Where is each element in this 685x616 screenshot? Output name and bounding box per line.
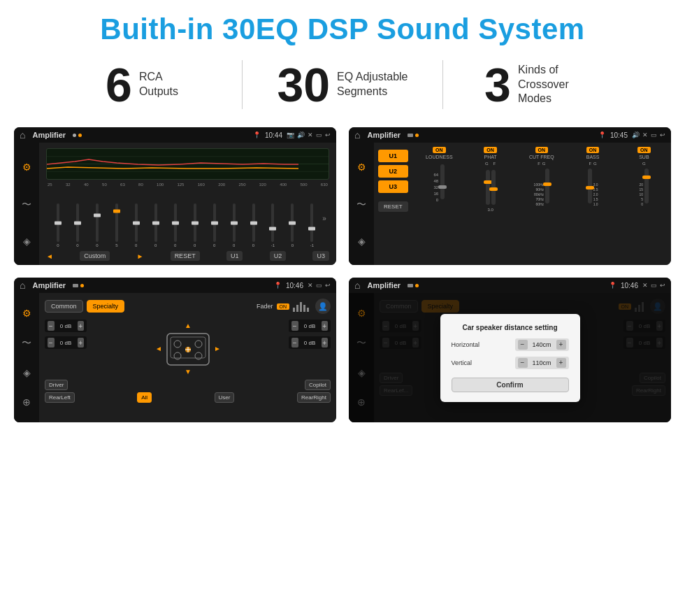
u3-crossover-btn[interactable]: U3	[378, 180, 408, 193]
all-btn[interactable]: All	[137, 392, 152, 403]
sub-slider[interactable]	[644, 169, 649, 203]
screen-fader: ⌂ Amplifier 📍 10:46 ✕ ▭ ↩ ⚙ 〜 ◈ ⊕	[14, 278, 336, 422]
eq-icon-2[interactable]: ⚙	[357, 162, 366, 172]
home-icon-3[interactable]: ⌂	[20, 280, 25, 291]
loudness-on: ON	[433, 147, 446, 153]
phat-slider-f[interactable]	[491, 170, 496, 205]
screen4-content: ⚙ 〜 ◈ ⊕ Common Specialty ON 👤	[349, 293, 671, 422]
screen-icon-4: ▭	[651, 282, 657, 289]
forward-icon[interactable]: »	[322, 215, 326, 222]
wave-icon-3[interactable]: 〜	[22, 338, 31, 348]
eq-slider-0: 0	[49, 203, 67, 248]
u1-btn[interactable]: U1	[226, 251, 243, 261]
user-btn[interactable]: User	[215, 392, 235, 403]
slider-track-8[interactable]	[213, 203, 216, 242]
speaker-status: 🔊	[632, 131, 640, 138]
eq-slider-7: 0	[186, 203, 204, 248]
bass-slider-f[interactable]	[588, 169, 592, 203]
page-title: Buith-in 30EQ DSP Sound System	[0, 0, 685, 53]
slider-track-2[interactable]	[96, 203, 99, 242]
wave-icon-2[interactable]: 〜	[356, 199, 366, 209]
reset-btn[interactable]: RESET	[171, 251, 200, 261]
u2-btn[interactable]: U2	[270, 251, 287, 261]
screen-icon-3: ▭	[316, 282, 322, 289]
status-icons-4	[408, 284, 419, 287]
vertical-plus-btn[interactable]: +	[556, 358, 566, 368]
rearleft-btn[interactable]: RearLeft	[45, 392, 75, 403]
common-tab[interactable]: Common	[45, 300, 83, 313]
db-plus-br[interactable]: +	[322, 338, 329, 348]
db-plus-tl[interactable]: +	[78, 321, 85, 331]
slider-track-4[interactable]	[135, 203, 138, 242]
status-right-3: ✕ ▭ ↩	[308, 282, 331, 289]
prev-arrow[interactable]: ◄	[46, 252, 53, 260]
copilot-btn[interactable]: Copilot	[305, 380, 331, 390]
bass-col: ON BASS FG 3.02.52.01.51.0	[568, 147, 616, 261]
user-icon[interactable]: 👤	[315, 299, 331, 314]
db-minus-br[interactable]: −	[291, 338, 298, 348]
slider-track-13[interactable]	[310, 203, 313, 242]
driver-btn[interactable]: Driver	[45, 380, 68, 390]
home-icon[interactable]: ⌂	[20, 129, 25, 141]
specialty-tab[interactable]: Specialty	[87, 300, 125, 313]
crossover-reset-btn[interactable]: RESET	[378, 201, 408, 212]
slider-track-12[interactable]	[291, 203, 294, 242]
custom-btn[interactable]: Custom	[80, 251, 110, 261]
slider-track-9[interactable]	[233, 203, 236, 242]
status-icons-1	[73, 134, 82, 137]
db-minus-tl[interactable]: −	[48, 321, 55, 331]
bottom-buttons-3b: RearLeft All User RearRight	[45, 392, 331, 403]
slider-track-10[interactable]	[252, 203, 255, 242]
vertical-minus-btn[interactable]: −	[518, 358, 528, 368]
u2-crossover-btn[interactable]: U2	[378, 165, 408, 178]
cutfreq-label: CUT FREQ	[529, 155, 554, 159]
statusbar-1: ⌂ Amplifier 📍 10:44 📷 🔊 ✕ ▭ ↩	[14, 127, 336, 143]
u3-btn[interactable]: U3	[312, 251, 329, 261]
slider-track-7[interactable]	[194, 203, 196, 242]
screen-icon: ▭	[316, 131, 322, 138]
db-minus-tr[interactable]: −	[291, 321, 298, 331]
eq-slider-9: 0	[225, 203, 243, 248]
cutfreq-slider[interactable]	[545, 169, 549, 203]
eq-slider-1: 0	[68, 203, 87, 248]
gps-icon-4: 📍	[609, 282, 616, 289]
home-icon-2[interactable]: ⌂	[354, 129, 360, 141]
slider-track-11[interactable]	[271, 203, 274, 242]
dot1	[73, 134, 76, 137]
stat-crossover-number: 3	[484, 61, 511, 108]
slider-track-5[interactable]	[154, 203, 157, 242]
slider-track-0[interactable]	[57, 203, 59, 242]
close-icon: ✕	[308, 131, 313, 138]
db-minus-bl[interactable]: −	[48, 338, 55, 348]
slider-track-6[interactable]	[174, 203, 177, 242]
confirm-button[interactable]: Confirm	[452, 378, 569, 392]
next-arrow[interactable]: ►	[136, 252, 143, 260]
speaker-icon-3[interactable]: ◈	[23, 368, 31, 378]
speaker-icon[interactable]: ◈	[23, 236, 31, 246]
wave-icon[interactable]: 〜	[22, 199, 31, 209]
balance-icon[interactable]: ⊕	[22, 397, 31, 407]
loudness-slider[interactable]	[440, 164, 445, 199]
dialog-row-horizontal: Horizontal − 140cm +	[452, 338, 569, 351]
screen1-title: Amplifier	[32, 131, 66, 139]
slider-track-1[interactable]	[76, 203, 79, 242]
u1-crossover-btn[interactable]: U1	[378, 150, 408, 162]
horizontal-minus-btn[interactable]: −	[518, 340, 528, 350]
status-right-4: ✕ ▭ ↩	[642, 282, 665, 289]
horizontal-plus-btn[interactable]: +	[556, 340, 566, 350]
speaker-icon-2[interactable]: ◈	[358, 236, 366, 246]
side-icons-2: ⚙ 〜 ◈	[349, 143, 374, 265]
bass-label: BASS	[586, 155, 600, 159]
gps-icon-3: 📍	[274, 282, 282, 289]
screen-eq: ⌂ Amplifier 📍 10:44 📷 🔊 ✕ ▭ ↩ ⚙ 〜	[14, 127, 336, 265]
db-plus-bl[interactable]: +	[78, 338, 85, 348]
db-plus-tr[interactable]: +	[322, 321, 329, 331]
screen-fader-dialog: ⌂ Amplifier 📍 10:46 ✕ ▭ ↩ ⚙ 〜 ◈ ⊕	[349, 278, 671, 422]
home-icon-4[interactable]: ⌂	[354, 280, 360, 291]
car-diagram-svg: ▲ ▼ ◄ ►	[153, 320, 223, 375]
dialog-row-vertical: Vertical − 110cm +	[452, 357, 569, 369]
eq-icon-3[interactable]: ⚙	[22, 308, 31, 318]
rearright-btn[interactable]: RearRight	[297, 392, 331, 403]
eq-icon[interactable]: ⚙	[22, 162, 31, 172]
slider-track-3[interactable]	[115, 203, 118, 242]
